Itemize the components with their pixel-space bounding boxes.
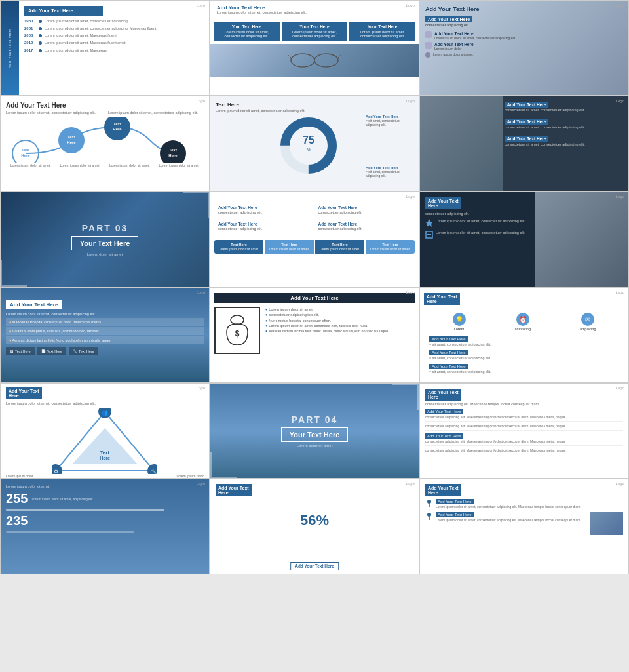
btn-0[interactable]: 🖥Text Here xyxy=(6,347,35,355)
logo: Logo xyxy=(616,99,624,103)
triangle-visual: 👥 🔧 ⚙ Text Here xyxy=(6,408,204,474)
part-subtitle: Lorem dolor sit amet xyxy=(87,252,123,256)
svg-text:⚙: ⚙ xyxy=(54,469,58,474)
overlay-content: Add Your Text Here Add Your Text Here co… xyxy=(420,1,628,95)
list-text: Add Your Text Here Lorem ipsum dolor xyxy=(434,42,474,50)
center-text: Text Here xyxy=(216,102,360,108)
text-item-3: consectetuer adipiscing elit. Maecenas t… xyxy=(425,448,623,452)
slide-r5c2: PART 04 Your Text Here Lorem dolor sit a… xyxy=(210,383,419,479)
slide-content: Lorem ipsum dolor sit amet 255 Lorem ips… xyxy=(1,479,209,538)
icon-col-0: 💡 Lorem xyxy=(453,313,466,331)
slide-content: Add Your TextHere consectetuer adipiscin… xyxy=(420,384,628,458)
subtitle-right: Lorem ipsum dolor sit amet, consectetuer… xyxy=(108,111,204,115)
right-desc2: = sit amet, consectetuer adipiscing elit… xyxy=(366,170,415,178)
slide-r5c1: Logo Add Your TextHere Lorem ipsum dolor… xyxy=(0,383,210,479)
center-desc: Lorem ipsum dolor sit amet, consectetuer… xyxy=(216,109,360,113)
content-area: Add Your Text Here 1980 Lorem ipsum dolo… xyxy=(20,1,209,58)
slide-header: Add Your Text Here xyxy=(214,293,415,303)
part-title: Your Text Here xyxy=(71,236,139,250)
logo: Logo xyxy=(197,290,205,294)
list-item-2: ● Aenean dictum lacinia felis Nunc sicul… xyxy=(6,336,204,344)
arrow-node-3: Text Here Lorem ipsum dolor sit amet. xyxy=(366,240,415,254)
icon-2: ✉ xyxy=(581,313,594,326)
money-bag-area: $ xyxy=(214,307,260,354)
right-text2: Add Your Text Here = sit amet, consectet… xyxy=(366,166,415,178)
slide-r3c2: Logo Add Your Text Here consectetuer adi… xyxy=(210,191,419,287)
item-title: Add Your Text Here xyxy=(505,136,549,142)
btn-2[interactable]: 🔧Text Here xyxy=(69,347,98,355)
bar-2 xyxy=(6,531,134,533)
logo: Logo xyxy=(616,386,624,390)
box-text: Lorem ipsum dolor sit amet, consectetuer… xyxy=(352,30,413,38)
triangle-labels: Lorem ipsum dolor Lorem ipsum dolor xyxy=(6,474,204,478)
info-box-2: Your Text Here Lorem ipsum dolor sit ame… xyxy=(349,22,415,41)
list-item-row: Lorem ipsum dolor sit amet, xyxy=(425,52,623,58)
number-row-0: 255 Lorem ipsum dolor sit amet, adipisci… xyxy=(6,491,204,506)
timeline-dot xyxy=(39,20,42,23)
money-bag-svg: $ xyxy=(224,312,250,345)
slide-header: Add Your Text Here xyxy=(217,5,412,10)
box-text: Lorem ipsum dolor sit amet, consectetuer… xyxy=(216,30,277,38)
timeline-dot xyxy=(39,49,42,52)
four-grid: Add Your Text Here consectetuer adipisci… xyxy=(210,199,419,237)
part-subtitle: Lorem dolor sit amet xyxy=(297,444,333,448)
item-title: Add Your Text Here xyxy=(505,102,549,108)
logo: Logo xyxy=(406,3,415,7)
arrow-node-0: Text Here Lorem ipsum dolor sit amet. xyxy=(214,240,263,254)
slide-content: Add Your Text Here Lorem ipsum dolor sit… xyxy=(1,96,209,170)
grid-item-2: Add Your Text Here consectetuer adipisci… xyxy=(216,219,314,233)
icon-col-2: ✉ adipiscing xyxy=(580,313,596,331)
header-desc: consectetuer adipiscing elit. xyxy=(425,212,535,216)
text-items: Add Your Text Here = sit amet, consectet… xyxy=(424,334,624,380)
slide-r1c3: Add Your Text Here Add Your Text Here co… xyxy=(419,0,629,96)
pin-icon xyxy=(425,512,433,520)
money-text-list: ●Lorem ipsum dolor sit amet, ●consectetu… xyxy=(265,307,415,334)
icon-label-1: adipiscing xyxy=(515,327,531,331)
svg-text:Here: Here xyxy=(100,456,110,460)
logo: Logo xyxy=(197,386,205,390)
logo: Logo xyxy=(616,482,624,486)
ti-label: Add Your Text Here xyxy=(429,364,468,369)
left-text: Text Here Lorem ipsum dolor sit amet, co… xyxy=(216,102,360,113)
part-number: PART 03 xyxy=(82,223,128,233)
grid-item-1: Add Your Text Here consectetuer adipisci… xyxy=(316,203,414,217)
corner-deco2 xyxy=(210,452,237,478)
slide-header: Add Your TextHere xyxy=(6,387,42,399)
donut-svg: 75 % xyxy=(279,116,338,175)
logo: Logo xyxy=(406,195,415,199)
number2: 235 xyxy=(6,513,28,528)
bar-1 xyxy=(6,509,164,511)
slide-header: Add Your TextHere xyxy=(425,389,461,401)
icon-label-0: Lorem xyxy=(453,327,466,331)
slide-r2c1: Add Your Text Here Lorem ipsum dolor sit… xyxy=(0,96,210,191)
corner-deco2 xyxy=(1,260,27,287)
grid-item-0: Add Your Text Here consectetuer adipisci… xyxy=(216,203,314,217)
svg-text:75: 75 xyxy=(303,134,314,146)
donut-wrapper: 75 % xyxy=(279,116,338,175)
number-row-1: 235 xyxy=(6,513,204,528)
slide-r3c3: Add Your TextHere consectetuer adipiscin… xyxy=(419,191,629,287)
logo: Logo xyxy=(197,99,205,103)
ti-label: Add Your Text Here xyxy=(429,350,468,355)
slide-content: Add Your TextHere Lorem ipsum dolor sit … xyxy=(1,384,209,479)
arrow-node-2: Text Here Lorem ipsum dolor sit amet. xyxy=(315,240,364,254)
svg-point-34 xyxy=(427,500,431,504)
sidebar-text: Add Your Text Here xyxy=(8,28,12,68)
scurve-svg: Text Here Text Here Text Here Text Here xyxy=(6,117,196,163)
text-item-2: Add Your Text Here consectetuer adipisci… xyxy=(425,433,623,446)
slide-r6c1: Logo Lorem ipsum dolor sit amet 255 Lore… xyxy=(0,479,210,574)
timeline-item-1: 2001 Lorem ipsum dolor sit amet, consect… xyxy=(24,26,205,31)
pin-icon xyxy=(425,499,433,507)
money-symbol: $ xyxy=(219,312,255,349)
bullet-1: Lorem ipsum dolor sit amet, consectetuer… xyxy=(425,231,535,239)
slide-header: Add Your TextHere xyxy=(425,484,461,496)
info-box-1: Your Text Here Lorem ipsum dolor sit ame… xyxy=(282,22,348,41)
slide-r2c3: Add Your Text Here consectetuer sit amet… xyxy=(419,96,629,191)
ti-row-2: Add Your Text Here = sit amet, consectet… xyxy=(429,364,619,374)
btn-1[interactable]: 📄Text Here xyxy=(37,347,67,355)
svg-point-0 xyxy=(291,54,314,67)
slide-content: Add Your TextHere 💡 Lorem ⏰ adipiscing ✉… xyxy=(420,288,628,382)
numbers-area: 255 Lorem ipsum dolor sit amet, adipisci… xyxy=(6,491,204,533)
right-text1: Add Your Text Here = sit amet, consectet… xyxy=(366,115,415,127)
svg-text:Here: Here xyxy=(113,127,122,131)
